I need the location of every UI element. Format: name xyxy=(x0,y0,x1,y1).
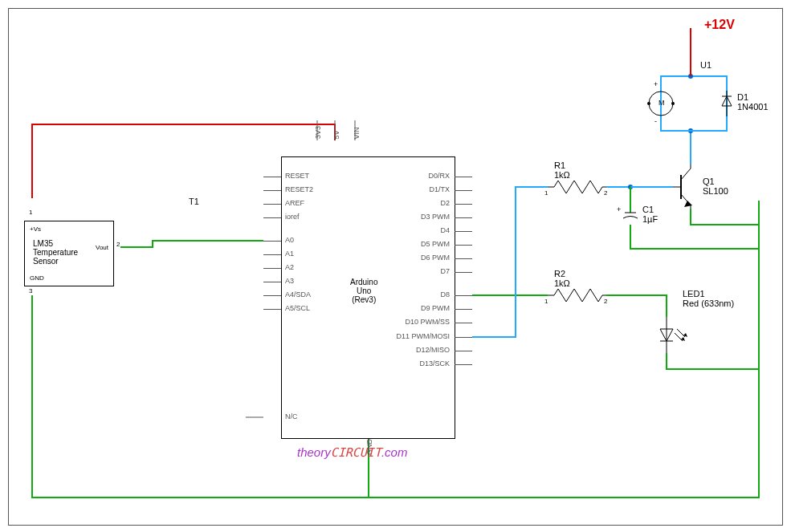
r1-val: 1kΩ xyxy=(554,170,570,180)
u1-ref: U1 xyxy=(700,60,711,70)
r1-n2: 2 xyxy=(604,189,607,197)
pin-a1: A1 xyxy=(285,250,294,258)
u1-m: M xyxy=(658,99,665,107)
lm35-sensor: +Vs Vout GND LM35 Temperature Sensor xyxy=(24,221,114,286)
svg-point-7 xyxy=(671,102,675,105)
u1-plus: + xyxy=(654,80,658,88)
pin-d5: D5 PWM xyxy=(421,240,450,248)
svg-point-6 xyxy=(647,102,650,105)
pin-a3: A3 xyxy=(285,277,294,285)
r2-ref: R2 xyxy=(554,269,565,278)
pin-d6: D6 PWM xyxy=(421,254,450,262)
pin-a4: A4/SDA xyxy=(285,290,311,298)
c1-plus: + xyxy=(617,205,621,213)
pin-d13: D13/SCK xyxy=(419,359,450,368)
r2-val: 1kΩ xyxy=(554,278,570,288)
q1-val: SL100 xyxy=(703,186,728,196)
pin-vin: VIN xyxy=(353,127,361,139)
pin-d9: D9 PWM xyxy=(421,304,450,312)
pin-a5: A5/SCL xyxy=(285,304,310,312)
supply-12v: +12V xyxy=(704,18,735,32)
pin-ioref: ioref xyxy=(285,213,300,221)
led-val: Red (633nm) xyxy=(683,298,734,308)
pin-d7: D7 xyxy=(440,267,450,275)
pin-reset: RESET xyxy=(285,172,309,180)
r2-n1: 1 xyxy=(544,298,548,305)
pin-a0: A0 xyxy=(285,236,294,244)
pin-d12: D12/MISO xyxy=(416,346,450,354)
r1-n1: 1 xyxy=(544,189,548,197)
circuit-diagram: +Vs Vout GND LM35 Temperature Sensor T1 … xyxy=(0,0,791,532)
pin-d8: D8 xyxy=(440,290,450,298)
u1-minus: - xyxy=(654,117,657,125)
watermark-theory: theory xyxy=(297,445,331,459)
arduino-name: Arduino Uno (Rev3) xyxy=(350,278,377,304)
pin-d0: D0/RX xyxy=(428,172,450,180)
lm35-pin2-num: 2 xyxy=(116,241,120,248)
pin-nc: N/C xyxy=(285,412,298,420)
watermark: theoryCIRCUIT.com xyxy=(297,445,407,460)
pin-3v3: 3V3 xyxy=(314,126,322,139)
watermark-com: .com xyxy=(381,445,408,459)
watermark-circuit: CIRCUIT xyxy=(331,445,381,460)
lm35-pin3-num: 3 xyxy=(29,287,32,294)
c1-val: 1µF xyxy=(642,214,658,224)
pin-a2: A2 xyxy=(285,263,294,271)
c1-ref: C1 xyxy=(642,205,654,214)
r1-ref: R1 xyxy=(554,160,565,170)
pin-d3: D3 PWM xyxy=(421,213,450,221)
pin-aref: AREF xyxy=(285,199,304,207)
pin-reset2: RESET2 xyxy=(285,185,313,193)
pin-d11: D11 PWM/MOSI xyxy=(396,332,450,340)
lm35-name: LM35 Temperature Sensor xyxy=(33,239,78,266)
pin-d10: D10 PWM/SS xyxy=(405,318,450,326)
t1-ref: T1 xyxy=(189,197,199,206)
lm35-vout-pin: Vout xyxy=(96,244,108,251)
pin-5v: 5V xyxy=(332,130,340,139)
d1-val: 1N4001 xyxy=(737,102,769,112)
d1-ref: D1 xyxy=(737,92,748,102)
lm35-vs-pin: +Vs xyxy=(30,225,41,233)
pin-d1: D1/TX xyxy=(429,185,450,193)
led-ref: LED1 xyxy=(683,289,705,298)
pin-d2: D2 xyxy=(440,199,450,207)
r2-n2: 2 xyxy=(604,298,607,305)
lm35-pin1-num: 1 xyxy=(29,209,32,216)
pin-d4: D4 xyxy=(440,226,450,234)
lm35-gnd-pin: GND xyxy=(30,274,44,282)
q1-ref: Q1 xyxy=(703,177,715,186)
